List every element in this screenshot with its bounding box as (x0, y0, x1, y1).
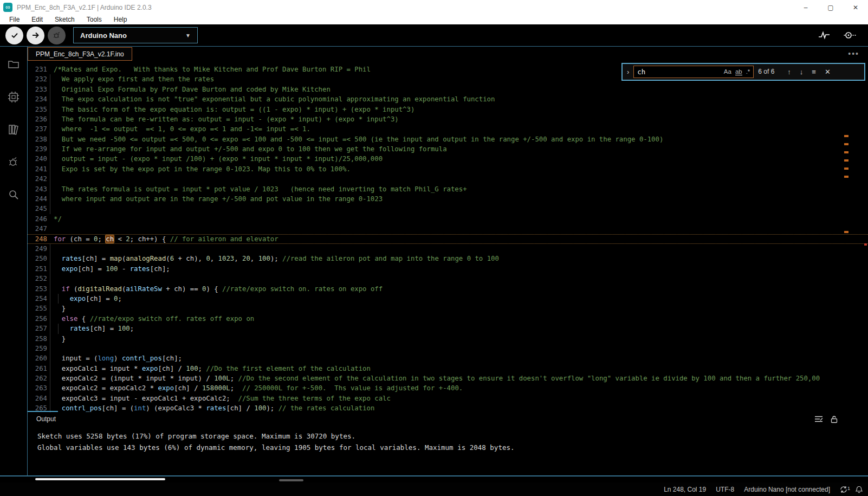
code-line[interactable]: 254 expo[ch] = 0; (28, 294, 868, 304)
output-horizontal-scrollbar[interactable] (35, 478, 165, 480)
scroll-lock-icon[interactable] (831, 415, 838, 423)
line-number: 236 (28, 114, 47, 124)
indent-guide (50, 74, 50, 84)
code-line[interactable]: 253 if (digitalRead(ailRateSw + ch) == 0… (28, 284, 868, 294)
output-content[interactable]: Sketch uses 5258 bytes (17%) of program … (28, 426, 868, 475)
menu-tools[interactable]: Tools (82, 16, 107, 23)
code-line[interactable]: 240 output = input - (expo * input /100)… (28, 154, 868, 164)
find-close-icon[interactable]: ✕ (822, 68, 833, 76)
code-line[interactable]: 255 } (28, 304, 868, 313)
line-number: 239 (28, 144, 47, 154)
code-line[interactable]: 237 where -1 <= output =< 1, 0 <= expo =… (28, 124, 868, 134)
secondary-horizontal-scrollbar[interactable] (279, 479, 303, 481)
library-manager-icon[interactable] (7, 123, 21, 137)
ruler-mark (844, 168, 848, 170)
menu-edit[interactable]: Edit (27, 16, 48, 23)
code-line[interactable]: 257 rates[ch] = 100; (28, 324, 868, 333)
serial-plotter-icon[interactable] (818, 30, 830, 40)
menu-file[interactable]: File (4, 16, 24, 23)
code-line[interactable]: 244 where input and output are in the ra… (28, 194, 868, 204)
ruler-mark (844, 143, 848, 145)
sketchbook-folder-icon[interactable] (7, 57, 21, 72)
indent-guide (50, 324, 50, 333)
match-case-icon[interactable]: Aa (724, 68, 731, 75)
clear-output-icon[interactable] (814, 415, 823, 423)
code-line[interactable]: 250 rates[ch] = map(analogRead(6 + ch), … (28, 254, 868, 263)
activity-bar (0, 47, 27, 475)
find-previous-icon[interactable]: ↑ (785, 68, 793, 76)
code-line[interactable]: 252 (28, 274, 868, 284)
find-results-count: 6 of 6 (758, 68, 781, 75)
output-panel: Output Sketch uses 5258 bytes (17%) of p… (28, 413, 868, 475)
notifications-bell-icon[interactable] (856, 486, 863, 493)
code-line[interactable]: 245 (28, 204, 868, 214)
indent-guide (50, 184, 50, 194)
code-line[interactable]: 241 Expo is set by the expo pot in the r… (28, 164, 868, 174)
find-input[interactable] (637, 68, 720, 76)
whole-word-icon[interactable]: ab (735, 68, 742, 75)
menu-sketch[interactable]: Sketch (50, 16, 80, 23)
code-line[interactable]: 248for (ch = 0; ch < 2; ch++) { // for a… (28, 234, 868, 244)
menu-bar: FileEditSketchToolsHelp (0, 15, 868, 24)
indent-guide (50, 304, 50, 313)
indent-guide (50, 284, 50, 294)
minimize-button[interactable]: – (793, 0, 818, 15)
line-number: 232 (28, 74, 47, 84)
code-line[interactable]: 233 Original Expo Formula by Prof Dave B… (28, 85, 868, 94)
line-number: 256 (28, 314, 47, 324)
code-line[interactable]: 243 The rates formula is output = input … (28, 184, 868, 194)
upload-button[interactable] (27, 27, 44, 44)
close-button[interactable]: ✕ (843, 0, 868, 15)
cursor-position[interactable]: Ln 248, Col 19 (664, 486, 706, 493)
code-line[interactable]: 263 expoCalc2 = expoCalc2 * expo[ch] / 1… (28, 383, 868, 393)
indent-guide (50, 394, 50, 403)
indent-guide (50, 114, 50, 124)
board-selector-dropdown[interactable]: Arduino Nano ▼ (73, 27, 198, 43)
code-line[interactable]: 238 But we need -500 <= output =< 500, 0… (28, 134, 868, 144)
line-number: 235 (28, 105, 47, 114)
line-number: 233 (28, 85, 47, 94)
line-number: 255 (28, 304, 47, 313)
regex-icon[interactable]: .* (746, 68, 750, 75)
line-number: 249 (28, 244, 47, 254)
verify-button[interactable] (5, 27, 23, 44)
code-line[interactable]: 261 expoCalc1 = input * expo[ch] / 100; … (28, 364, 868, 373)
code-line[interactable]: 258 } (28, 334, 868, 344)
find-expand-icon[interactable]: › (627, 68, 629, 76)
code-line[interactable]: 236 The formula can be re-written as: ou… (28, 114, 868, 124)
line-number: 250 (28, 254, 47, 263)
debug-button[interactable] (48, 27, 66, 44)
boards-manager-icon[interactable] (7, 90, 21, 104)
code-editor[interactable]: 231/*Rates and Expo. With thanks to Mike… (28, 61, 868, 413)
code-line[interactable]: 247 (28, 224, 868, 234)
tab-active-sketch[interactable]: PPM_Enc_8ch_F3A_v2.1F.ino (28, 47, 132, 61)
sync-icon[interactable]: 1 (840, 486, 850, 493)
code-line[interactable]: 260 input = (long) contrl_pos[ch]; (28, 353, 868, 363)
maximize-button[interactable]: ▢ (818, 0, 843, 15)
code-line[interactable]: 234 The expo calculation is not "true" e… (28, 94, 868, 104)
tab-actions-icon[interactable]: ••• (848, 49, 859, 58)
code-line[interactable]: 262 expoCalc2 = (input * input * input) … (28, 373, 868, 383)
encoding-indicator[interactable]: UTF-8 (716, 486, 734, 493)
code-line[interactable]: 259 (28, 344, 868, 353)
code-line[interactable]: 251 expo[ch] = 100 - rates[ch]; (28, 264, 868, 274)
menu-help[interactable]: Help (109, 16, 132, 23)
chevron-down-icon: ▼ (185, 33, 191, 38)
code-line[interactable]: 256 else { //rate/expo switch off. rates… (28, 314, 868, 324)
board-connection-status[interactable]: Arduino Nano [not connected] (744, 486, 830, 493)
find-in-selection-icon[interactable]: ≡ (809, 68, 818, 76)
output-title: Output (36, 415, 814, 423)
code-line[interactable]: 242 (28, 174, 868, 184)
find-next-icon[interactable]: ↓ (798, 68, 806, 76)
search-icon[interactable] (7, 188, 21, 202)
code-line[interactable]: 246*/ (28, 214, 868, 224)
code-line[interactable]: 235 The basic form of the expo equation … (28, 105, 868, 114)
serial-monitor-icon[interactable] (843, 30, 857, 40)
ruler-mark (844, 176, 848, 178)
debug-panel-icon[interactable] (7, 155, 21, 169)
code-line[interactable]: 265 contrl_pos[ch] = (int) (expoCalc3 * … (28, 403, 868, 413)
line-number: 251 (28, 264, 47, 274)
code-line[interactable]: 239 If we re-arrange for input and outpu… (28, 144, 868, 154)
code-line[interactable]: 249 (28, 244, 868, 254)
code-line[interactable]: 264 expoCalc3 = input - expoCalc1 + expo… (28, 394, 868, 403)
